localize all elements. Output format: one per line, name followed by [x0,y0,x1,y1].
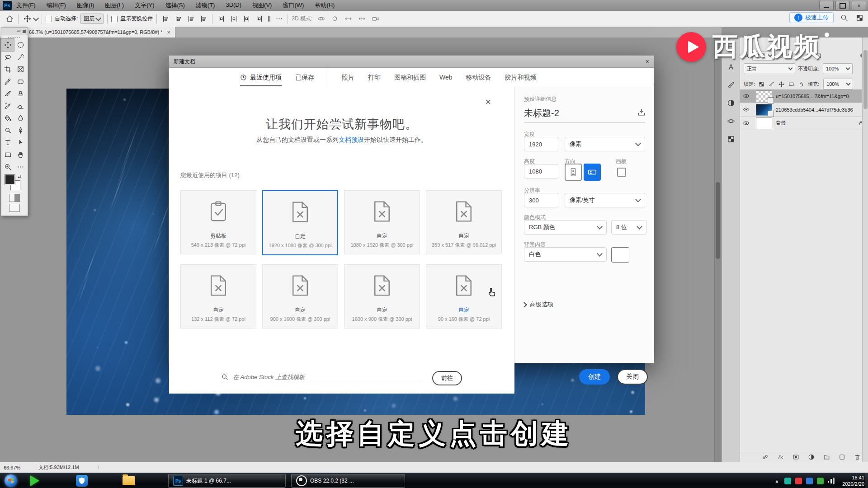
preset-card[interactable]: 剪贴板 549 x 213 像素 @ 72 ppi [180,190,256,254]
tray-network-icon[interactable] [828,478,835,484]
auto-select-dropdown[interactable]: 图层 [80,14,104,24]
magic-wand-tool[interactable] [14,51,27,63]
menu-item[interactable]: 图像(I) [77,1,94,9]
lasso-tool[interactable] [1,51,14,63]
go-button[interactable]: 前往 [432,371,462,385]
document-name-field[interactable]: 未标题-2 [524,107,559,119]
more-options-icon[interactable] [274,14,284,24]
menu-item[interactable]: 文件(F) [16,1,36,9]
marquee-tool[interactable] [14,39,27,51]
move-tool[interactable] [1,39,14,51]
taskbar-clock[interactable]: 18:41 2020/2/20 [842,474,864,487]
new-group-icon[interactable] [821,452,831,462]
lock-transparency-icon[interactable] [758,81,765,88]
background-select[interactable]: 白色 [524,247,607,262]
tab-close-icon[interactable]: × [167,29,171,36]
preset-card[interactable]: 自定 868 x 488 像素 @ 300 ppi [262,190,338,255]
opacity-select[interactable]: 100% [823,63,853,74]
layer-thumbnail[interactable] [756,117,772,129]
workspace-switcher-icon[interactable] [854,13,864,23]
layer-thumbnail[interactable] [756,104,772,116]
menu-item[interactable]: 帮助(H) [315,1,335,9]
delete-layer-icon[interactable] [852,452,862,462]
lock-all-icon[interactable] [798,81,805,88]
lock-artboard-icon[interactable] [788,81,795,88]
3d-slide-icon[interactable] [357,14,367,24]
menu-item[interactable]: 窗口(W) [283,1,304,9]
close-button[interactable]: × [852,1,866,10]
layer-visibility-eye-icon[interactable] [740,89,752,103]
fill-select[interactable]: 100% [823,79,853,89]
height-input[interactable] [524,164,558,178]
zoom-tool[interactable] [1,161,14,173]
blur-tool[interactable] [14,112,27,124]
layer-thumbnail[interactable] [756,90,772,102]
layer-visibility-eye-icon[interactable] [740,103,752,116]
panel-close-icon[interactable] [23,30,26,33]
path-select-tool[interactable] [14,136,27,149]
healing-brush-tool[interactable] [14,75,27,88]
explorer-taskbar-icon[interactable] [121,474,137,487]
auto-select-checkbox[interactable] [46,16,52,22]
dialog-tab[interactable]: 已保存 [295,68,328,87]
dialog-tab[interactable]: Web [439,68,453,87]
menu-item[interactable]: 图层(L) [105,1,124,9]
bit-depth-select[interactable]: 8 位 [611,220,646,235]
distribute-bottom-icon[interactable] [241,14,251,24]
restore-button[interactable] [835,1,850,10]
clone-stamp-tool[interactable] [14,88,27,100]
layer-visibility-eye-icon[interactable] [740,117,752,130]
preset-card[interactable]: 自定 488 x 868 像素 @ 300 ppi [344,190,420,254]
align-center-icon[interactable] [173,14,183,24]
3d-orbit-icon[interactable] [316,14,326,24]
layer-style-icon[interactable] [775,452,785,462]
new-layer-icon[interactable] [837,452,847,462]
preset-card[interactable]: 自定 132 x 112 像素 @ 72 ppi [180,264,256,328]
hand-tool[interactable] [14,149,27,161]
collapse-panel-icon[interactable]: «« [17,29,20,33]
distribute-middle-icon[interactable] [229,14,239,24]
menu-item[interactable]: 选择(S) [165,1,184,9]
layer-name[interactable]: 210653cddb5404...447df75de3b36 [776,107,853,113]
dialog-tab[interactable]: 照片 [342,68,354,87]
search-icon[interactable] [839,13,849,23]
tray-expand-icon[interactable]: ▲ [774,478,780,484]
tray-app-icon-1[interactable] [784,478,791,484]
panel-patterns-icon[interactable] [726,134,736,144]
history-brush-tool[interactable] [1,100,14,112]
new-adjustment-icon[interactable] [806,452,816,462]
doc-presets-link[interactable]: 文档预设 [339,136,364,143]
menu-item[interactable]: 视图(V) [252,1,272,9]
brush-tool[interactable] [1,88,14,100]
unit-select[interactable]: 像素 [565,137,645,151]
layer-row[interactable]: u=1501075685,...7&fm=11&gp=0 [740,89,868,103]
artboard-checkbox[interactable] [617,168,626,177]
video-player-taskbar-icon[interactable] [27,474,42,487]
tray-app-icon-3[interactable] [806,478,813,484]
width-input[interactable] [524,137,558,151]
move-tool-icon[interactable] [22,14,32,24]
dialog-titlebar-close-icon[interactable]: × [646,58,649,65]
orientation-landscape-button[interactable] [584,164,601,181]
link-layers-icon[interactable] [760,452,770,462]
layer-row[interactable]: 210653cddb5404...447df75de3b36 [740,103,868,117]
edit-toolbar-button[interactable] [14,161,27,173]
align-right-icon[interactable] [186,14,196,24]
3d-roll-icon[interactable] [330,14,340,24]
dodge-tool[interactable] [1,124,14,136]
swap-colors-icon[interactable]: ⇄ [18,174,21,179]
create-button[interactable]: 创建 [579,369,610,385]
blend-mode-select[interactable]: 正常 [744,63,795,74]
align-top-icon[interactable] [198,14,208,24]
tray-app-icon-2[interactable] [795,478,802,484]
pen-tool[interactable] [14,124,27,136]
screen-mode-icon[interactable] [9,204,20,212]
minimize-button[interactable] [819,1,834,10]
stock-search-field[interactable] [222,373,420,383]
show-transform-checkbox[interactable] [111,16,118,22]
dialog-tab[interactable]: 胶片和视频 [505,68,537,87]
layer-row[interactable]: 背景 [740,117,868,130]
layer-name[interactable]: u=1501075685,...7&fm=11&gp=0 [776,94,849,99]
dialog-title-bar[interactable]: 新建文档 × [169,56,654,68]
foreground-color-swatch[interactable] [5,175,15,185]
